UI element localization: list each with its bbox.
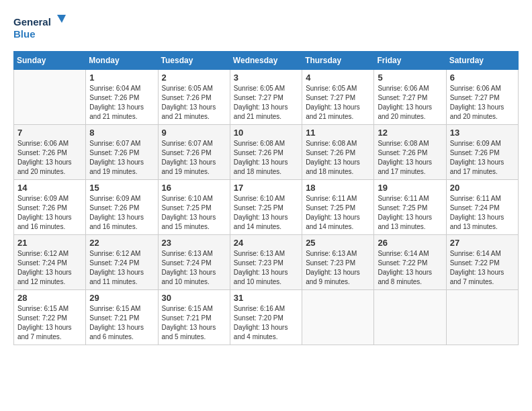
day-info: Sunrise: 6:04 AMSunset: 7:26 PMDaylight:…: [89, 84, 154, 122]
day-number: 10: [234, 128, 298, 138]
day-header-sunday: Sunday: [14, 52, 86, 70]
day-info: Sunrise: 6:10 AMSunset: 7:25 PMDaylight:…: [162, 194, 226, 232]
svg-text:Blue: Blue: [13, 28, 36, 40]
day-number: 20: [450, 183, 515, 193]
calendar-day-cell: 31Sunrise: 6:16 AMSunset: 7:20 PMDayligh…: [230, 290, 302, 345]
day-info: Sunrise: 6:09 AMSunset: 7:26 PMDaylight:…: [89, 194, 154, 232]
day-info: Sunrise: 6:11 AMSunset: 7:25 PMDaylight:…: [306, 194, 370, 232]
calendar-day-cell: 19Sunrise: 6:11 AMSunset: 7:25 PMDayligh…: [374, 180, 446, 235]
day-info: Sunrise: 6:05 AMSunset: 7:26 PMDaylight:…: [162, 84, 226, 122]
calendar-day-cell: 7Sunrise: 6:06 AMSunset: 7:26 PMDaylight…: [14, 125, 86, 180]
calendar-week-row: 14Sunrise: 6:09 AMSunset: 7:26 PMDayligh…: [14, 180, 519, 235]
calendar-day-cell: 27Sunrise: 6:14 AMSunset: 7:22 PMDayligh…: [446, 235, 518, 290]
calendar-day-cell: 16Sunrise: 6:10 AMSunset: 7:25 PMDayligh…: [158, 180, 230, 235]
day-info: Sunrise: 6:13 AMSunset: 7:24 PMDaylight:…: [162, 249, 226, 287]
day-info: Sunrise: 6:07 AMSunset: 7:26 PMDaylight:…: [162, 139, 226, 177]
calendar-week-row: 1Sunrise: 6:04 AMSunset: 7:26 PMDaylight…: [14, 70, 519, 125]
calendar-day-cell: 6Sunrise: 6:06 AMSunset: 7:27 PMDaylight…: [446, 70, 518, 125]
day-number: 18: [306, 183, 370, 193]
day-info: Sunrise: 6:11 AMSunset: 7:24 PMDaylight:…: [450, 194, 515, 232]
day-info: Sunrise: 6:13 AMSunset: 7:23 PMDaylight:…: [306, 249, 370, 287]
day-header-monday: Monday: [86, 52, 158, 70]
day-number: 2: [162, 73, 226, 83]
calendar-day-cell: 14Sunrise: 6:09 AMSunset: 7:26 PMDayligh…: [14, 180, 86, 235]
day-info: Sunrise: 6:08 AMSunset: 7:26 PMDaylight:…: [306, 139, 370, 177]
calendar-day-cell: 11Sunrise: 6:08 AMSunset: 7:26 PMDayligh…: [302, 125, 374, 180]
calendar-day-cell: 26Sunrise: 6:14 AMSunset: 7:22 PMDayligh…: [374, 235, 446, 290]
day-number: 26: [378, 238, 442, 248]
calendar-day-cell: 10Sunrise: 6:08 AMSunset: 7:26 PMDayligh…: [230, 125, 302, 180]
day-number: 7: [17, 128, 82, 138]
calendar-day-cell: 2Sunrise: 6:05 AMSunset: 7:26 PMDaylight…: [158, 70, 230, 125]
day-info: Sunrise: 6:15 AMSunset: 7:21 PMDaylight:…: [162, 304, 226, 342]
calendar-day-cell: 22Sunrise: 6:12 AMSunset: 7:24 PMDayligh…: [86, 235, 158, 290]
day-number: 19: [378, 183, 442, 193]
day-header-thursday: Thursday: [302, 52, 374, 70]
day-number: 16: [162, 183, 226, 193]
calendar-week-row: 7Sunrise: 6:06 AMSunset: 7:26 PMDaylight…: [14, 125, 519, 180]
day-number: 12: [378, 128, 442, 138]
day-number: 1: [89, 73, 154, 83]
calendar-day-cell: 18Sunrise: 6:11 AMSunset: 7:25 PMDayligh…: [302, 180, 374, 235]
day-info: Sunrise: 6:12 AMSunset: 7:24 PMDaylight:…: [17, 249, 82, 287]
day-number: 5: [378, 73, 442, 83]
calendar-day-cell: 30Sunrise: 6:15 AMSunset: 7:21 PMDayligh…: [158, 290, 230, 345]
calendar-week-row: 28Sunrise: 6:15 AMSunset: 7:22 PMDayligh…: [14, 290, 519, 345]
calendar-day-cell: 1Sunrise: 6:04 AMSunset: 7:26 PMDaylight…: [86, 70, 158, 125]
day-number: 9: [162, 128, 226, 138]
day-info: Sunrise: 6:10 AMSunset: 7:25 PMDaylight:…: [234, 194, 298, 232]
calendar-day-cell: 13Sunrise: 6:09 AMSunset: 7:26 PMDayligh…: [446, 125, 518, 180]
page-header: General Blue: [13, 13, 519, 40]
calendar-day-cell: 25Sunrise: 6:13 AMSunset: 7:23 PMDayligh…: [302, 235, 374, 290]
calendar-day-cell: 4Sunrise: 6:05 AMSunset: 7:27 PMDaylight…: [302, 70, 374, 125]
day-info: Sunrise: 6:05 AMSunset: 7:27 PMDaylight:…: [234, 84, 298, 122]
day-info: Sunrise: 6:05 AMSunset: 7:27 PMDaylight:…: [306, 84, 370, 122]
calendar-day-cell: [374, 290, 446, 345]
day-info: Sunrise: 6:08 AMSunset: 7:26 PMDaylight:…: [378, 139, 442, 177]
day-info: Sunrise: 6:14 AMSunset: 7:22 PMDaylight:…: [450, 249, 515, 287]
day-number: 31: [234, 293, 298, 303]
calendar-day-cell: 3Sunrise: 6:05 AMSunset: 7:27 PMDaylight…: [230, 70, 302, 125]
calendar-day-cell: 20Sunrise: 6:11 AMSunset: 7:24 PMDayligh…: [446, 180, 518, 235]
logo: General Blue: [13, 13, 71, 40]
day-header-friday: Friday: [374, 52, 446, 70]
calendar-header-row: SundayMondayTuesdayWednesdayThursdayFrid…: [14, 52, 519, 70]
day-number: 13: [450, 128, 515, 138]
day-info: Sunrise: 6:14 AMSunset: 7:22 PMDaylight:…: [378, 249, 442, 287]
day-info: Sunrise: 6:08 AMSunset: 7:26 PMDaylight:…: [234, 139, 298, 177]
day-number: 29: [89, 293, 154, 303]
day-number: 15: [89, 183, 154, 193]
day-number: 8: [89, 128, 154, 138]
calendar-day-cell: 17Sunrise: 6:10 AMSunset: 7:25 PMDayligh…: [230, 180, 302, 235]
logo-svg: General Blue: [13, 13, 71, 40]
day-header-tuesday: Tuesday: [158, 52, 230, 70]
day-number: 21: [17, 238, 82, 248]
day-info: Sunrise: 6:15 AMSunset: 7:22 PMDaylight:…: [17, 304, 82, 342]
day-info: Sunrise: 6:09 AMSunset: 7:26 PMDaylight:…: [450, 139, 515, 177]
calendar-day-cell: 28Sunrise: 6:15 AMSunset: 7:22 PMDayligh…: [14, 290, 86, 345]
day-number: 23: [162, 238, 226, 248]
calendar-day-cell: 15Sunrise: 6:09 AMSunset: 7:26 PMDayligh…: [86, 180, 158, 235]
calendar-week-row: 21Sunrise: 6:12 AMSunset: 7:24 PMDayligh…: [14, 235, 519, 290]
day-info: Sunrise: 6:06 AMSunset: 7:26 PMDaylight:…: [17, 139, 82, 177]
day-info: Sunrise: 6:16 AMSunset: 7:20 PMDaylight:…: [234, 304, 298, 342]
day-info: Sunrise: 6:06 AMSunset: 7:27 PMDaylight:…: [450, 84, 515, 122]
calendar-day-cell: 24Sunrise: 6:13 AMSunset: 7:23 PMDayligh…: [230, 235, 302, 290]
day-number: 4: [306, 73, 370, 83]
calendar-day-cell: 21Sunrise: 6:12 AMSunset: 7:24 PMDayligh…: [14, 235, 86, 290]
day-info: Sunrise: 6:06 AMSunset: 7:27 PMDaylight:…: [378, 84, 442, 122]
day-header-saturday: Saturday: [446, 52, 518, 70]
day-number: 22: [89, 238, 154, 248]
day-number: 27: [450, 238, 515, 248]
day-info: Sunrise: 6:07 AMSunset: 7:26 PMDaylight:…: [89, 139, 154, 177]
day-number: 28: [17, 293, 82, 303]
day-number: 14: [17, 183, 82, 193]
day-number: 30: [162, 293, 226, 303]
day-number: 3: [234, 73, 298, 83]
calendar-day-cell: 9Sunrise: 6:07 AMSunset: 7:26 PMDaylight…: [158, 125, 230, 180]
day-number: 6: [450, 73, 515, 83]
day-header-wednesday: Wednesday: [230, 52, 302, 70]
calendar-table: SundayMondayTuesdayWednesdayThursdayFrid…: [13, 51, 519, 345]
calendar-day-cell: [302, 290, 374, 345]
day-info: Sunrise: 6:11 AMSunset: 7:25 PMDaylight:…: [378, 194, 442, 232]
